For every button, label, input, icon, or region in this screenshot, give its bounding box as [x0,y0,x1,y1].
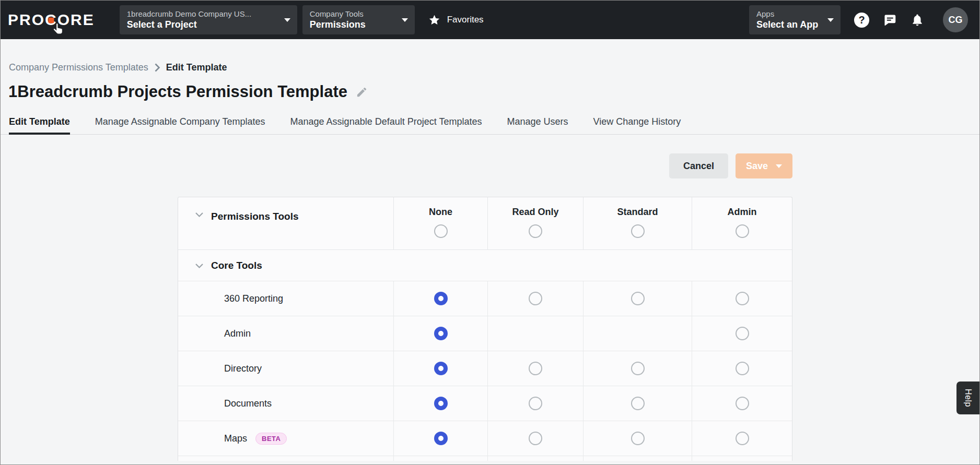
tool-name: Directory [224,363,262,374]
radio-documents-none[interactable] [434,397,448,410]
section-header-label: Core Tools [211,260,262,271]
column-label: None [429,207,452,218]
main-content: Cancel Save Permissions Tools None Read … [178,153,792,461]
radio-maps-standard[interactable] [631,432,645,445]
tool-name-cell: Admin [178,316,393,351]
tab-manage-users[interactable]: Manage Users [507,112,568,134]
tool-name: Maps [224,433,247,444]
cancel-button[interactable]: Cancel [669,153,728,178]
table-row-admin: Admin [178,316,792,351]
mouse-pointer-icon [52,22,64,39]
column-header-admin: Admin [692,197,792,249]
caret-down-icon [284,18,290,25]
caret-down-icon [827,18,834,25]
radio-documents-admin[interactable] [736,397,749,410]
permission-cell-read-only [487,351,583,386]
select-all-radio[interactable] [529,224,542,238]
notifications-bell-icon[interactable] [911,13,924,27]
permission-cell-none [393,386,487,421]
breadcrumb-parent-link[interactable]: Company Permissions Templates [9,62,148,73]
tab-manage-assignable-company-templates[interactable]: Manage Assignable Company Templates [95,112,265,134]
radio-directory-none[interactable] [434,362,448,375]
project-picker-value: Select a Project [127,19,279,31]
radio-360-reporting-read-only[interactable] [529,292,542,305]
tool-name-cell: Documents [178,386,393,421]
help-side-tab[interactable]: Help [956,381,979,414]
permission-cell-read-only [487,316,583,351]
permission-cell-none [393,421,487,456]
tool-name: Documents [224,398,272,409]
radio-directory-read-only[interactable] [529,362,542,375]
permission-cell-read-only [487,386,583,421]
apps-picker[interactable]: Apps Select an App [749,5,841,34]
chevron-down-icon[interactable] [195,263,204,269]
beta-badge: BETA [255,433,287,445]
radio-360-reporting-standard[interactable] [631,292,645,305]
radio-admin-none[interactable] [434,327,448,340]
radio-directory-standard[interactable] [631,362,645,375]
table-row-directory: Directory [178,351,792,386]
tool-name: 360 Reporting [224,293,283,304]
permission-cell-none [393,281,487,316]
radio-maps-read-only[interactable] [529,432,542,445]
permission-cell-standard [583,351,692,386]
column-header-read-only: Read Only [487,197,583,249]
radio-directory-admin[interactable] [736,362,749,375]
tab-bar: Edit TemplateManage Assignable Company T… [1,112,979,135]
permission-cell-none [393,351,487,386]
chat-icon[interactable] [883,13,897,27]
table-row-partial [178,456,792,461]
permission-cell-admin [692,386,792,421]
column-header-none: None [393,197,487,249]
favorites-button[interactable]: Favorites [428,14,484,26]
save-button-label: Save [746,161,768,172]
select-all-radio[interactable] [736,224,749,238]
help-icon[interactable]: ? [854,13,869,28]
chevron-right-icon [154,63,160,73]
chevron-down-icon[interactable] [195,212,204,218]
tab-manage-assignable-default-project-templates[interactable]: Manage Assignable Default Project Templa… [290,112,482,134]
column-label: Read Only [512,207,558,218]
permission-cell-read-only [487,421,583,456]
select-all-radio[interactable] [631,224,645,238]
star-icon [428,14,440,26]
permission-cell-standard [583,316,692,351]
tool-name-cell: Maps BETA [178,421,393,456]
project-picker[interactable]: 1breadcrumb Demo Company US... Select a … [120,5,297,34]
column-label: Standard [617,207,658,218]
caret-down-icon [776,164,782,171]
radio-360-reporting-admin[interactable] [736,292,749,305]
breadcrumb-current: Edit Template [166,62,227,73]
radio-admin-admin[interactable] [736,327,749,340]
permission-cell-admin [692,421,792,456]
tab-edit-template[interactable]: Edit Template [9,112,70,134]
permission-cell-standard [583,386,692,421]
logo-text: PRO [8,11,45,28]
section-header-core-tools[interactable]: Core Tools [178,249,792,281]
user-avatar[interactable]: CG [943,7,968,32]
column-label: Admin [728,207,757,218]
top-nav: PROCORE 1breadcrumb Demo Company US... S… [1,1,979,39]
procore-logo[interactable]: PROCORE [8,11,95,29]
select-all-radio[interactable] [434,224,448,238]
radio-documents-read-only[interactable] [529,397,542,410]
group-header-permissions-tools[interactable]: Permissions Tools [178,197,393,249]
tools-picker-value: Permissions [310,19,397,31]
save-button[interactable]: Save [736,153,792,178]
tab-view-change-history[interactable]: View Change History [593,112,681,134]
title-row: 1Breadcrumb Projects Permission Template [1,73,979,101]
radio-maps-admin[interactable] [736,432,749,445]
radio-360-reporting-none[interactable] [434,292,448,305]
column-header-standard: Standard [583,197,692,249]
company-tools-picker[interactable]: Company Tools Permissions [302,5,415,34]
table-row-360-reporting: 360 Reporting [178,281,792,316]
form-actions: Cancel Save [178,153,792,178]
radio-maps-none[interactable] [434,432,448,445]
permissions-table: Permissions Tools None Read Only Standar… [178,197,792,461]
topbar-icon-group: ? CG [854,7,968,32]
caret-down-icon [402,18,408,25]
tool-name-cell: 360 Reporting [178,281,393,316]
tool-name-cell: Directory [178,351,393,386]
radio-documents-standard[interactable] [631,397,645,410]
edit-title-pencil-icon[interactable] [356,86,368,98]
